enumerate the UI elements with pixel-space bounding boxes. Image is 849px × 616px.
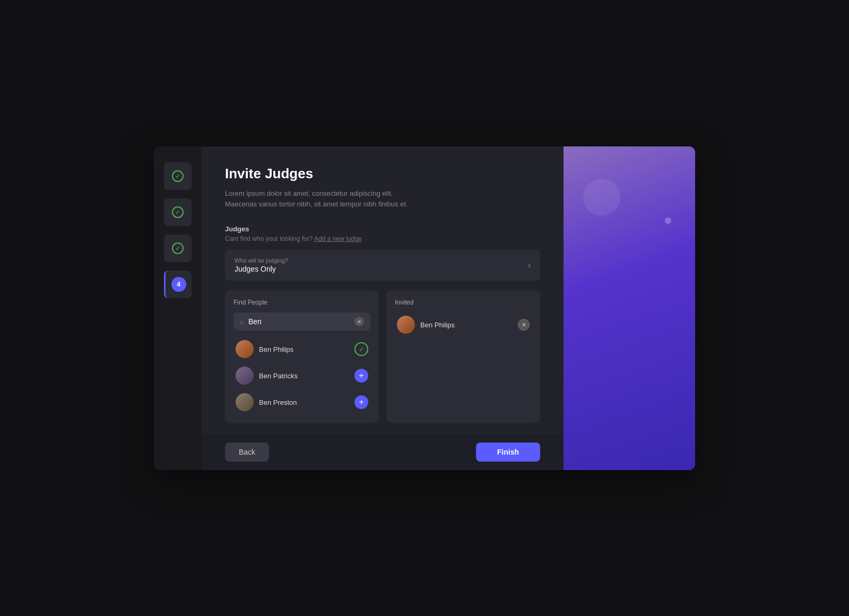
find-people-title: Find People (233, 299, 370, 306)
cant-find-text: Cant find who your looking for? Add a ne… (225, 235, 540, 242)
page-desc-line2: Maecenas varius tortor nibh, sit amet te… (225, 200, 408, 208)
judging-dropdown[interactable]: Who will be judging? Judges Only › (225, 250, 540, 281)
page-title: Invite Judges (225, 166, 540, 182)
back-button[interactable]: Back (225, 443, 269, 462)
step-2-check-icon: ✓ (172, 206, 184, 218)
person-name: Ben Patricks (259, 372, 349, 380)
dropdown-value: Judges Only (235, 265, 288, 273)
page-description: Lorem ipsum dolor sit amet, consectetur … (225, 188, 540, 211)
finish-button[interactable]: Finish (476, 443, 540, 462)
background-scene (564, 146, 695, 470)
add-new-judge-link[interactable]: Add a new judge (314, 235, 361, 242)
content-inner: Invite Judges Lorem ipsum dolor sit amet… (202, 146, 564, 434)
step-3-check-icon: ✓ (172, 242, 184, 254)
modal-container: ✓ ✓ ✓ 4 Invite Judges Lorem ipsum dolor … (154, 146, 695, 470)
avatar (236, 367, 254, 385)
person-name: Ben Preston (259, 398, 349, 406)
add-person-button[interactable]: + (354, 395, 368, 409)
invited-list: Ben Philips ✕ (395, 313, 532, 337)
list-item: Ben Patricks + (233, 363, 370, 388)
page-desc-line1: Lorem ipsum dolor sit amet, consectetur … (225, 189, 393, 197)
avatar (397, 316, 415, 334)
list-item: Ben Preston + (233, 390, 370, 414)
invited-title: Invited (395, 299, 532, 306)
person-name: Ben Philips (259, 345, 349, 353)
avatar (236, 393, 254, 411)
dropdown-content: Who will be judging? Judges Only (235, 257, 288, 273)
step-1-check-icon: ✓ (172, 170, 184, 182)
invited-panel: Invited Ben Philips ✕ (386, 290, 540, 423)
avatar (236, 340, 254, 358)
sidebar-step-2[interactable]: ✓ (164, 198, 192, 226)
find-people-panel: Find People ⌕ ✕ Ben Philips (225, 290, 379, 423)
main-content: Invite Judges Lorem ipsum dolor sit amet… (202, 146, 564, 470)
judges-label: Judges (225, 225, 540, 233)
sidebar-step-1[interactable]: ✓ (164, 162, 192, 190)
footer: Back Finish (202, 434, 564, 470)
person-name: Ben Philips (420, 321, 513, 329)
add-person-button[interactable]: + (354, 369, 368, 383)
dropdown-label: Who will be judging? (235, 257, 288, 264)
person-added-icon: ✓ (354, 342, 368, 356)
step-4-number: 4 (171, 277, 186, 292)
list-item: Ben Philips ✕ (395, 313, 532, 337)
search-clear-button[interactable]: ✕ (354, 317, 364, 326)
panels-container: Find People ⌕ ✕ Ben Philips (225, 290, 540, 423)
search-icon: ⌕ (240, 317, 244, 326)
remove-person-button[interactable]: ✕ (518, 319, 530, 331)
sidebar-step-3[interactable]: ✓ (164, 235, 192, 262)
chevron-right-icon: › (528, 261, 531, 270)
search-input[interactable] (248, 317, 350, 326)
find-people-list: Ben Philips ✓ Ben Patricks + (233, 337, 370, 414)
list-item: Ben Philips ✓ (233, 337, 370, 361)
search-box: ⌕ ✕ (233, 313, 370, 331)
sidebar-step-4[interactable]: 4 (164, 271, 192, 298)
sidebar: ✓ ✓ ✓ 4 (154, 146, 202, 470)
decorative-image-panel (564, 146, 695, 470)
